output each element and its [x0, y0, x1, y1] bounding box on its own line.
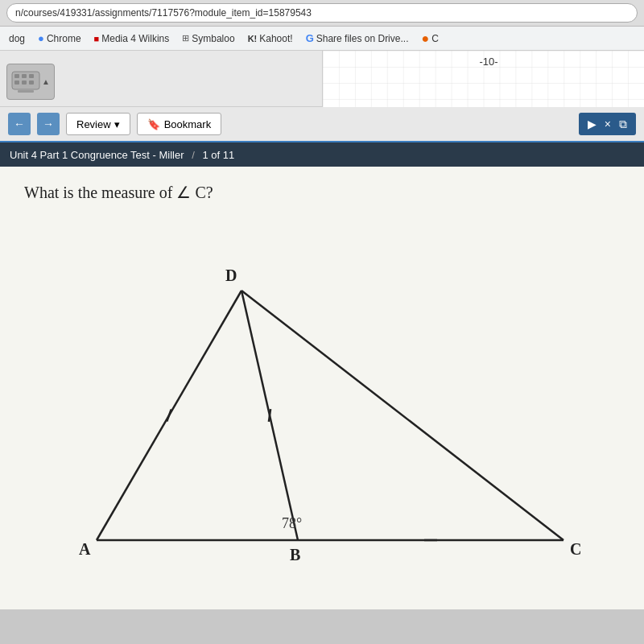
bookmark-symbaloo[interactable]: ⊞ Symbaloo: [178, 31, 238, 46]
title-bar: Unit 4 Part 1 Congruence Test - Miller /…: [0, 142, 644, 167]
symbaloo-icon: ⊞: [182, 33, 189, 43]
bookmark-google-drive-label: Share files on Drive...: [316, 33, 409, 44]
bookmark-google-drive[interactable]: G Share files on Drive...: [302, 31, 413, 46]
test-title: Unit 4 Part 1 Congruence Test - Miller: [10, 149, 184, 161]
svg-text:-10-: -10-: [480, 56, 498, 68]
widget-area: ▲ -10-: [0, 51, 644, 107]
keyboard-widget[interactable]: ▲: [6, 64, 55, 100]
svg-rect-1: [14, 74, 19, 78]
svg-rect-2: [22, 74, 27, 78]
question-text: What is the measure of ∠ C?: [24, 183, 620, 202]
triangle-diagram: 78° D A B C: [48, 218, 596, 572]
chrome-icon: ●: [38, 32, 44, 44]
svg-rect-3: [29, 74, 34, 78]
vertex-c-label: C: [570, 540, 581, 558]
grid-area: -10-: [322, 51, 644, 107]
tool-group: ▶ × ⧉: [579, 113, 636, 135]
bookmark-button[interactable]: 🔖 Bookmark: [137, 113, 222, 135]
review-label: Review: [76, 118, 111, 130]
google-icon: G: [306, 32, 314, 44]
back-button[interactable]: ←: [8, 113, 31, 135]
svg-line-16: [167, 409, 171, 421]
bookmark-dog[interactable]: dog: [5, 31, 29, 46]
svg-rect-7: [18, 90, 34, 93]
bookmark-symbaloo-label: Symbaloo: [192, 33, 234, 44]
url-bar-container: n/courses/419331/assignments/7117576?mod…: [0, 0, 644, 27]
copy-tool-button[interactable]: ⧉: [617, 118, 630, 131]
vertex-d-label: D: [225, 266, 237, 284]
bookmark-media4wilkins-label: Media 4 Wilkins: [101, 33, 169, 44]
bookmark-kahoot-label: Kahoot!: [259, 33, 292, 44]
bookmark-media4wilkins[interactable]: ■ Media 4 Wilkins: [90, 31, 174, 46]
review-button[interactable]: Review ▾: [66, 113, 130, 135]
bookmarks-bar: dog ● Chrome ■ Media 4 Wilkins ⊞ Symbalo…: [0, 27, 644, 51]
url-text: n/courses/419331/assignments/7117576?mod…: [15, 7, 312, 19]
bookmark-label: Bookmark: [164, 118, 212, 130]
bookmark-more-label: C: [431, 33, 439, 44]
bookmark-dog-label: dog: [9, 33, 25, 44]
vertex-a-label: A: [79, 540, 91, 558]
forward-button[interactable]: →: [37, 113, 60, 135]
nav-toolbar: ← → Review ▾ 🔖 Bookmark ▶ × ⧉: [0, 107, 644, 142]
bookmark-more[interactable]: ● C: [417, 30, 442, 47]
svg-rect-5: [22, 80, 27, 85]
content-area: What is the measure of ∠ C?: [0, 167, 644, 609]
expand-icon: ▲: [42, 77, 50, 86]
bookmark-chrome-label: Chrome: [47, 33, 81, 44]
test-progress: 1 of 11: [202, 149, 234, 161]
media4wilkins-icon: ■: [94, 34, 100, 43]
review-arrow-icon: ▾: [114, 118, 120, 130]
question-label: What is the measure of ∠ C?: [24, 184, 213, 201]
vertex-b-label: B: [290, 546, 300, 564]
url-bar[interactable]: n/courses/419331/assignments/7117576?mod…: [6, 3, 638, 23]
svg-rect-4: [14, 80, 19, 85]
bookmark-kahoot[interactable]: K! Kahoot!: [244, 31, 297, 46]
bookmark-icon: 🔖: [147, 118, 160, 130]
title-separator: /: [189, 149, 198, 161]
diagram-container: 78° D A B C: [24, 218, 620, 572]
close-tool-button[interactable]: ×: [602, 118, 613, 130]
bookmark-chrome[interactable]: ● Chrome: [34, 31, 85, 46]
angle-label: 78°: [282, 515, 302, 531]
svg-rect-6: [29, 80, 34, 85]
kahoot-icon: K!: [248, 34, 258, 43]
more-icon: ●: [421, 31, 429, 46]
cursor-tool-button[interactable]: ▶: [585, 118, 599, 130]
